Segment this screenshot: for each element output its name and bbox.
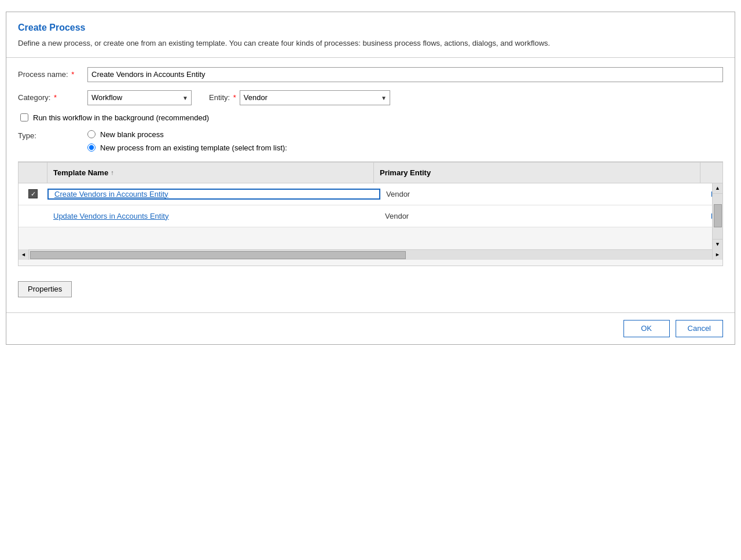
dialog-header: Create Process Define a new process, or … xyxy=(6,12,735,58)
entity-required: * xyxy=(233,93,236,102)
entity-select-wrapper: Vendor Account Contact ▼ xyxy=(240,90,390,105)
radio-template-label: New process from an existing template (s… xyxy=(100,143,287,152)
scroll-down-button[interactable]: ▼ xyxy=(713,239,723,249)
entity-group: Entity: * Vendor Account Contact ▼ xyxy=(209,90,390,105)
ok-button[interactable]: OK xyxy=(623,320,670,337)
category-select[interactable]: Workflow Business Process Flow Action Di… xyxy=(87,90,192,105)
process-name-row: Process name: * xyxy=(18,67,723,82)
row2-checkbox-cell xyxy=(19,205,47,227)
scroll-thumb[interactable] xyxy=(714,204,722,227)
background-workflow-checkbox[interactable] xyxy=(20,113,28,121)
background-workflow-row: Run this workflow in the background (rec… xyxy=(20,113,723,122)
row2-template-name[interactable]: Update Vendors in Accounts Entity xyxy=(47,212,379,220)
h-scroll-right-button[interactable]: ► xyxy=(712,249,722,260)
row2-primary-entity: Vendor xyxy=(379,212,711,220)
scroll-up-button[interactable]: ▲ xyxy=(713,183,723,194)
type-label: Type: xyxy=(18,130,87,140)
background-workflow-label: Run this workflow in the background (rec… xyxy=(33,113,209,122)
horizontal-scrollbar: ◄ ► xyxy=(19,249,722,260)
dialog-body: Process name: * Category: * Workflow Bus… xyxy=(6,58,735,312)
row1-template-name[interactable]: Create Vendors in Accounts Entity xyxy=(47,189,380,200)
table-header: Template Name ↑ Primary Entity xyxy=(19,163,722,183)
dialog-title: Create Process xyxy=(18,23,723,33)
create-process-dialog: Create Process Define a new process, or … xyxy=(6,12,735,345)
sort-arrow-icon: ↑ xyxy=(111,169,114,176)
th-extra xyxy=(700,163,712,183)
vertical-scrollbar[interactable]: ▲ ▼ xyxy=(712,183,722,249)
category-label: Category: * xyxy=(18,93,87,102)
h-scroll-track xyxy=(29,250,712,260)
type-radio-group: New blank process New process from an ex… xyxy=(87,130,287,152)
type-row: Type: New blank process New process from… xyxy=(18,130,723,152)
category-select-wrapper: Workflow Business Process Flow Action Di… xyxy=(87,90,192,105)
h-scroll-left-button[interactable]: ◄ xyxy=(19,249,29,260)
radio-blank-process[interactable] xyxy=(87,130,96,138)
radio-from-template[interactable] xyxy=(87,143,96,152)
h-scroll-thumb[interactable] xyxy=(30,251,406,259)
dialog-description: Define a new process, or create one from… xyxy=(18,38,723,49)
th-primary-entity[interactable]: Primary Entity xyxy=(374,163,700,183)
th-template-name[interactable]: Template Name ↑ xyxy=(47,163,374,183)
cancel-button[interactable]: Cancel xyxy=(676,320,723,337)
category-required: * xyxy=(54,93,57,102)
row1-checked-icon[interactable]: ✓ xyxy=(28,189,38,198)
row1-checkbox-cell: ✓ xyxy=(19,183,47,205)
table-row[interactable]: ✓ Create Vendors in Accounts Entity Vend… xyxy=(19,183,722,205)
process-name-label: Process name: * xyxy=(18,70,87,79)
process-name-input[interactable] xyxy=(87,67,723,82)
category-entity-row: Category: * Workflow Business Process Fl… xyxy=(18,90,723,105)
radio-blank-label: New blank process xyxy=(100,130,164,139)
entity-label: Entity: * xyxy=(209,93,236,102)
radio-option-template: New process from an existing template (s… xyxy=(87,143,287,152)
table-body-wrapper: ✓ Create Vendors in Accounts Entity Vend… xyxy=(19,183,722,249)
th-checkbox xyxy=(19,163,47,183)
row1-primary-entity: Vendor xyxy=(380,190,711,198)
entity-select[interactable]: Vendor Account Contact xyxy=(240,90,390,105)
process-name-required: * xyxy=(71,70,74,79)
template-table: Template Name ↑ Primary Entity ✓ Creat xyxy=(18,162,723,266)
table-row[interactable]: Update Vendors in Accounts Entity Vendor… xyxy=(19,205,722,227)
properties-section: Properties xyxy=(18,275,723,303)
properties-button[interactable]: Properties xyxy=(18,281,72,297)
radio-option-blank: New blank process xyxy=(87,130,287,139)
dialog-footer: OK Cancel xyxy=(6,312,735,344)
